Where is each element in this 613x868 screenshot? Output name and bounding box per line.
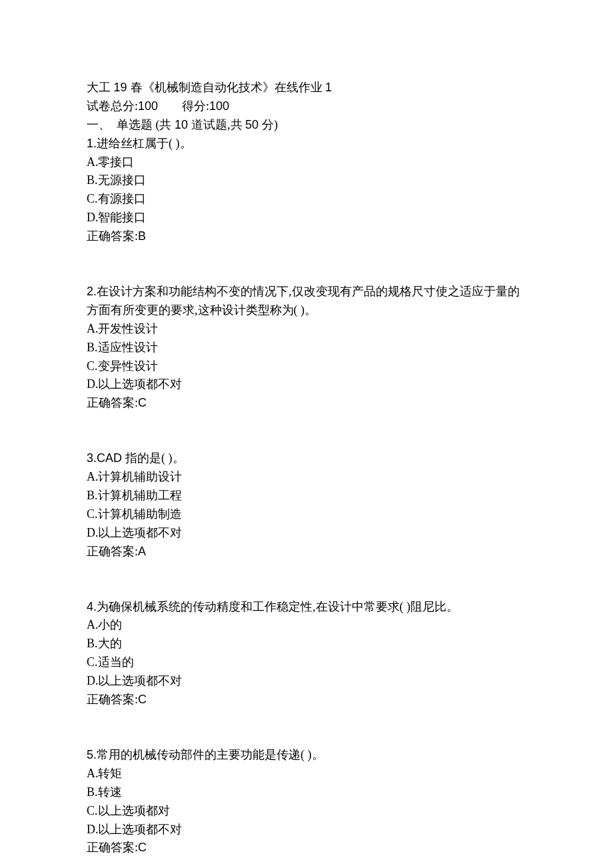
option-a: A.转矩 [87,765,526,783]
question-stem-prefix: CAD [97,451,125,465]
option-d: D.智能接口 [87,209,526,227]
question-2: 2.在设计方案和功能结构不变的情况下,仅改变现有产品的规格尺寸使之适应于量的方面… [87,283,526,413]
option-b: B.转速 [87,783,526,802]
answer-line: 正确答案:C [87,691,526,709]
answer-label: 正确答案: [87,229,138,243]
obtained-score-label: 得分: [182,99,209,113]
option-c: C.计算机辅助制造 [87,505,526,524]
section-suffix: 分) [262,118,278,131]
question-3: 3.CAD 指的是( )。 A.计算机辅助设计 B.计算机辅助工程 C.计算机辅… [87,449,526,561]
title-year: 19 [114,81,131,94]
section-heading: 一、 单选题 (共 10 道试题,共 50 分) [87,116,526,135]
question-number: 4. [87,600,97,613]
question-stem: 3.CAD 指的是( )。 [87,449,526,468]
total-score-value: 100 [138,99,158,113]
question-text: 常用的机械传动部件的主要功能是传递( )。 [97,748,324,761]
section-points: 50 [245,118,262,131]
score-line: 试卷总分:100 得分:100 [87,97,526,116]
score-gap [158,99,182,113]
title-text: 大工 [87,81,114,94]
answer-label: 正确答案: [87,693,138,706]
option-b: B.计算机辅助工程 [87,487,526,505]
question-number: 1. [87,137,97,150]
question-5: 5.常用的机械传动部件的主要功能是传递( )。 A.转矩 B.转速 C.以上选项… [87,746,526,857]
option-d: D.以上选项都不对 [87,821,526,839]
answer-line: 正确答案:A [87,543,526,561]
question-text: 进给丝杠属于( )。 [97,137,192,150]
option-d: D.以上选项都不对 [87,672,526,691]
option-a: A.开发性设计 [87,320,526,339]
answer-value: C [138,693,147,706]
document-title: 大工 19 春《机械制造自动化技术》在线作业 1 [87,79,526,97]
answer-label: 正确答案: [87,396,138,409]
section-mid: 道试题,共 [191,118,245,131]
document-header: 大工 19 春《机械制造自动化技术》在线作业 1 试卷总分:100 得分:100… [87,79,526,135]
question-4: 4.为确保机械系统的传动精度和工作稳定性,在设计中常要求( )阻尼比。 A.小的… [87,598,526,709]
answer-label: 正确答案: [87,545,138,558]
option-c: C.有源接口 [87,190,526,209]
option-c: C.变异性设计 [87,357,526,376]
question-stem: 4.为确保机械系统的传动精度和工作稳定性,在设计中常要求( )阻尼比。 [87,598,526,617]
option-b: B.大的 [87,635,526,653]
option-a: A.零接口 [87,153,526,172]
section-count: 10 [175,118,191,131]
question-stem: 1.进给丝杠属于( )。 [87,135,526,153]
question-stem: 5.常用的机械传动部件的主要功能是传递( )。 [87,746,526,765]
question-number: 2. [87,285,97,298]
question-1: 1.进给丝杠属于( )。 A.零接口 B.无源接口 C.有源接口 D.智能接口 … [87,135,526,246]
answer-line: 正确答案:C [87,839,526,857]
answer-line: 正确答案:B [87,227,526,246]
answer-value: A [138,545,146,558]
answer-line: 正确答案:C [87,394,526,413]
question-text: 为确保机械系统的传动精度和工作稳定性,在设计中常要求( )阻尼比。 [97,600,458,613]
question-stem: 2.在设计方案和功能结构不变的情况下,仅改变现有产品的规格尺寸使之适应于量的方面… [87,283,526,320]
option-b: B.无源接口 [87,171,526,190]
title-number: 1 [325,81,332,94]
answer-value: C [138,396,147,409]
obtained-score-value: 100 [209,99,229,113]
answer-label: 正确答案: [87,841,138,854]
option-c: C.以上选项都对 [87,802,526,821]
question-text: 在设计方案和功能结构不变的情况下,仅改变现有产品的规格尺寸使之适应于量的方面有所… [87,285,520,317]
answer-value: B [138,229,146,243]
question-number: 3. [87,451,97,465]
answer-value: C [138,841,147,854]
option-a: A.小的 [87,616,526,635]
option-d: D.以上选项都不对 [87,375,526,394]
section-prefix: 一、 单选题 (共 [87,118,175,131]
question-text: 指的是( )。 [125,451,185,465]
option-c: C.适当的 [87,653,526,672]
option-a: A.计算机辅助设计 [87,468,526,487]
total-score-label: 试卷总分: [87,99,138,113]
option-b: B.适应性设计 [87,339,526,357]
option-d: D.以上选项都不对 [87,524,526,543]
title-text-2: 春《机械制造自动化技术》在线作业 [131,81,326,94]
question-number: 5. [87,748,97,761]
